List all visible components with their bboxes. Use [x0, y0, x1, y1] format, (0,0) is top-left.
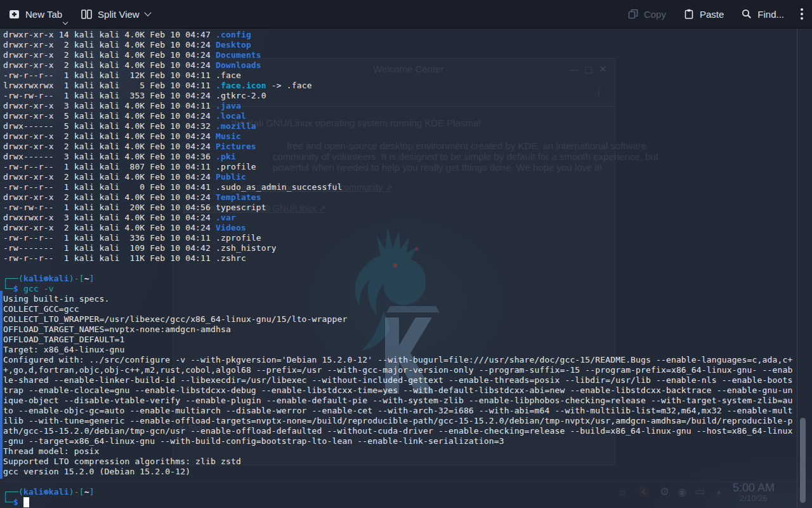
output-line: gcc version 15.2.0 (Debian 15.2.0-12)	[3, 467, 190, 476]
ls-row: -rw-r--r-- 1 kali kali 11K Feb 10 04:11 …	[3, 253, 246, 263]
output-line: OFFLOAD_TARGET_NAMES=nvptx-none:amdgcn-a…	[3, 324, 231, 334]
ls-row: drwxr-xr-x 5 kali kali 4.0K Feb 10 04:24…	[3, 111, 246, 121]
paste-icon	[684, 9, 694, 19]
output-line: trap --enable-clocale=gnu --enable-libst…	[3, 385, 792, 395]
ls-row: -rw-r--r-- 1 kali kali 12K Feb 10 04:11 …	[3, 70, 241, 80]
ls-row: drwxr-xr-x 2 kali kali 4.0K Feb 10 04:24…	[3, 131, 241, 141]
output-line: Thread model: posix	[3, 446, 100, 456]
ls-row: -rw-rw-r-- 1 kali kali 353 Feb 10 04:24 …	[3, 91, 266, 100]
new-tab-icon	[9, 10, 20, 19]
output-line: COLLECT_GCC=gcc	[3, 304, 79, 314]
output-line: Configured with: ../src/configure -v --w…	[3, 355, 792, 364]
new-tab-button[interactable]: New Tab	[9, 9, 62, 20]
terminal-area[interactable]: Welcome Center—▢✕⋮the Kali GNU/Linux ope…	[0, 29, 812, 508]
output-line: to --enable-objc-gc=auto --enable-multia…	[3, 406, 792, 415]
output-line: Using built-in specs.	[3, 294, 110, 304]
ls-row: drwxrwxr-x 3 kali kali 4.0K Feb 10 04:24…	[3, 213, 236, 222]
menu-kebab-icon[interactable]	[801, 8, 803, 20]
shell-prompt: ┌──(kali⊛kali)-[~] └─$	[3, 487, 95, 507]
paste-label: Paste	[700, 9, 724, 20]
split-view-label: Split View	[98, 9, 140, 20]
ls-row: -rw-r--r-- 1 kali kali 336 Feb 10 04:11 …	[3, 233, 261, 243]
ls-row: drwx------ 5 kali kali 4.0K Feb 10 04:32…	[3, 121, 256, 131]
toolbar: New Tab Split View Copy	[0, 0, 812, 29]
find-button[interactable]: Find...	[742, 9, 784, 20]
copy-label: Copy	[644, 9, 666, 20]
output-line: Supported LTO compression algorithms: zl…	[3, 457, 241, 466]
output-line: +,go,d,fortran,objc,obj-c++,m2,rust,cobo…	[3, 365, 792, 375]
ls-row: drwxr-xr-x 2 kali kali 4.0K Feb 10 04:24…	[3, 60, 261, 70]
ls-row: -rw-rw-r-- 1 kali kali 20K Feb 10 04:56 …	[3, 203, 266, 212]
ls-row: -rw-r--r-- 1 kali kali 807 Feb 10 04:11 …	[3, 162, 256, 171]
ls-row: drwxr-xr-x 2 kali kali 4.0K Feb 10 04:24…	[3, 142, 256, 151]
new-tab-dropdown-chevron-icon[interactable]	[63, 19, 68, 24]
output-line: COLLECT_LTO_WRAPPER=/usr/libexec/gcc/x86…	[3, 314, 347, 324]
copy-icon	[628, 9, 638, 19]
ls-row: drwxr-xr-x 3 kali kali 4.0K Feb 10 04:11…	[3, 101, 241, 110]
split-view-chevron-icon	[144, 9, 151, 16]
ls-row: drwx------ 3 kali kali 4.0K Feb 10 04:36…	[3, 152, 236, 161]
output-line: OFFLOAD_TARGET_DEFAULT=1	[3, 335, 124, 344]
ls-row: drwxr-xr-x 2 kali kali 4.0K Feb 10 04:24…	[3, 192, 261, 202]
split-view-button[interactable]: Split View	[81, 9, 150, 20]
toolbar-right-group: Copy Paste Find...	[610, 8, 803, 20]
output-line: ath/gcc-15-15.2.0/debian/tmp-gcn/usr --e…	[3, 426, 792, 436]
find-label: Find...	[757, 9, 784, 20]
konsole-window: New Tab Split View Copy	[0, 0, 812, 508]
ls-row: lrwxrwxrwx 1 kali kali 5 Feb 10 04:11 .f…	[3, 81, 312, 90]
paste-button[interactable]: Paste	[684, 9, 724, 20]
new-tab-label: New Tab	[25, 9, 62, 20]
ls-row: drwxr-xr-x 2 kali kali 4.0K Feb 10 04:24…	[3, 40, 251, 50]
scrollbar-thumb[interactable]	[800, 418, 806, 503]
output-line: ilib --with-tune=generic --enable-offloa…	[3, 416, 792, 425]
ls-row: drwxr-xr-x 2 kali kali 4.0K Feb 10 04:24…	[3, 172, 246, 182]
scrollbar-track[interactable]	[797, 29, 812, 508]
ls-row: drwxr-xr-x 2 kali kali 4.0K Feb 10 04:24…	[3, 50, 261, 60]
output-line: Target: x86_64-linux-gnu	[3, 345, 124, 354]
output-line: -gnu --target=x86_64-linux-gnu --with-bu…	[3, 436, 504, 446]
ls-row: -rw------- 1 kali kali 109 Feb 10 04:42 …	[3, 243, 277, 253]
split-view-icon	[81, 10, 92, 19]
output-line: le-shared --enable-linker-build-id --lib…	[3, 375, 792, 385]
ls-row: drwxr-xr-x 14 kali kali 4.0K Feb 10 04:4…	[3, 30, 251, 39]
terminal-output[interactable]: drwxr-xr-x 14 kali kali 4.0K Feb 10 04:4…	[3, 30, 792, 507]
text-cursor	[23, 497, 29, 507]
search-icon	[742, 9, 752, 19]
copy-button[interactable]: Copy	[628, 9, 666, 20]
shell-prompt: ┌──(kali⊛kali)-[~] └─$ gcc -v	[3, 274, 95, 293]
ls-row: drwxr-xr-x 2 kali kali 4.0K Feb 10 04:24…	[3, 223, 246, 232]
output-line: ique-object --disable-vtable-verify --en…	[3, 396, 792, 405]
ls-row: -rw-r--r-- 1 kali kali 0 Feb 10 04:41 .s…	[3, 182, 342, 192]
new-output-indicator	[0, 291, 3, 479]
